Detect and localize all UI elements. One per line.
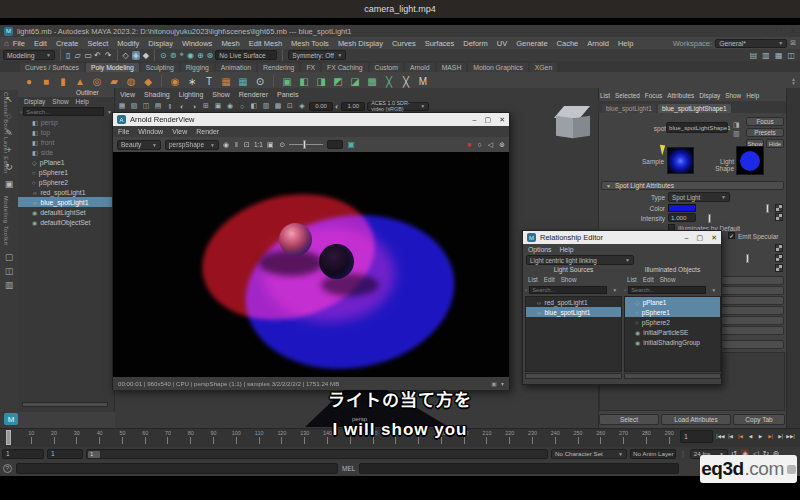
shelf-scroll-down-icon[interactable]: ▼ bbox=[791, 81, 796, 85]
new-scene-icon[interactable]: ▯ bbox=[66, 51, 70, 60]
maya-home-icon[interactable]: ⌂ bbox=[4, 39, 9, 48]
outliner-item[interactable]: pSphere1 bbox=[18, 167, 114, 177]
select-object-icon[interactable]: ◈ bbox=[132, 51, 140, 60]
relationship-editor-menu-item[interactable]: Options bbox=[528, 246, 551, 253]
poly-cube-icon[interactable]: ■ bbox=[39, 76, 53, 87]
character-set-select[interactable]: No Character Set▼ bbox=[551, 449, 627, 459]
viewport-menu-item[interactable]: Shading bbox=[144, 91, 170, 98]
close-button[interactable]: ✕ bbox=[499, 116, 505, 124]
intensity-texture-map-button[interactable] bbox=[775, 213, 783, 221]
type-tool-icon[interactable]: T bbox=[202, 76, 216, 87]
emit-specular-checkbox[interactable]: ✓ bbox=[728, 232, 735, 239]
light-source-item[interactable]: red_spotLight1 bbox=[526, 297, 621, 307]
shelf-tab[interactable]: FX bbox=[301, 63, 320, 72]
attribute-editor-menu-item[interactable]: Selected bbox=[615, 92, 640, 99]
menu-item[interactable]: File bbox=[13, 39, 25, 48]
viewport-menu-item[interactable]: View bbox=[120, 91, 135, 98]
render-view-menu-item[interactable]: Window bbox=[138, 128, 163, 135]
illuminated-object-item[interactable]: pPlane1 bbox=[625, 297, 720, 307]
menu-item[interactable]: Windows bbox=[182, 39, 212, 48]
presets-button[interactable]: Presets bbox=[746, 128, 784, 137]
viewport-toggle-icon[interactable]: ◑ bbox=[189, 103, 199, 110]
shelf-tab[interactable]: FX Caching bbox=[322, 63, 368, 72]
four-pane-layout-button[interactable]: ◫ bbox=[5, 266, 14, 276]
spot-light-attributes-section[interactable]: ▼ Spot Light Attributes bbox=[601, 181, 784, 190]
minimize-button[interactable]: – bbox=[764, 28, 768, 35]
menu-item[interactable]: Create bbox=[56, 39, 79, 48]
viewport-menu-item[interactable]: Show bbox=[212, 91, 230, 98]
shelf-tab[interactable]: Animation bbox=[216, 63, 256, 72]
render-view-menu-item[interactable]: Render bbox=[196, 128, 219, 135]
color-swatch[interactable] bbox=[668, 204, 696, 212]
decay-texture-map-button[interactable] bbox=[775, 244, 783, 252]
symmetry-select[interactable]: Symmetry: Off▼ bbox=[288, 50, 346, 60]
viewport-toggle-icon[interactable]: ◧ bbox=[249, 102, 259, 110]
humanik-toggle-icon[interactable]: ▥ bbox=[762, 51, 770, 60]
exposure-slider[interactable] bbox=[289, 144, 323, 145]
scale-tool-icon[interactable]: ▣ bbox=[5, 179, 14, 189]
maya-titlebar[interactable]: M light65.mb - Autodesk MAYA 2023.2: D:\… bbox=[0, 25, 800, 37]
viewport-menu-item[interactable]: Panels bbox=[277, 91, 298, 98]
illuminated-object-item[interactable]: initialParticleSE bbox=[625, 327, 720, 337]
playback-start-field[interactable]: 1 bbox=[2, 449, 44, 459]
animation-start-field[interactable]: 1 bbox=[47, 449, 83, 459]
outliner-item[interactable]: pPlane1 bbox=[18, 157, 114, 167]
shelf-tab[interactable]: Arnold bbox=[405, 63, 435, 72]
fit-view-icon[interactable]: ▣ bbox=[267, 141, 274, 149]
relationship-editor-menu-item[interactable]: Help bbox=[559, 246, 573, 253]
viewport-toggle-icon[interactable]: ▩ bbox=[273, 102, 283, 110]
arnold-render-view-window[interactable]: A Arnold RenderView – ▢ ✕ FileWindowView… bbox=[112, 112, 510, 390]
poly-disc-icon[interactable]: ◍ bbox=[124, 76, 138, 87]
open-scene-icon[interactable]: ▱ bbox=[74, 51, 80, 60]
viewport-toggle-icon[interactable]: ◐ bbox=[177, 103, 187, 110]
stop-render-button[interactable]: ■ bbox=[467, 141, 471, 148]
help-icon[interactable]: ? bbox=[3, 464, 12, 473]
crop-region-icon[interactable]: ⊡ bbox=[244, 141, 250, 149]
penumbra-texture-map-button[interactable] bbox=[775, 264, 783, 272]
viewport-toggle-icon[interactable]: ▥ bbox=[261, 102, 271, 110]
menu-item[interactable]: Curves bbox=[392, 39, 416, 48]
attribute-editor-menu-item[interactable]: Help bbox=[746, 92, 759, 99]
minimize-button[interactable]: – bbox=[473, 116, 477, 123]
hide-button[interactable]: Hide bbox=[766, 139, 784, 148]
range-slider-handle[interactable]: 1 bbox=[88, 451, 100, 458]
node-name-field[interactable]: blue_spotLightShape1 bbox=[666, 122, 728, 133]
sweep-mesh-icon[interactable]: ∗ bbox=[185, 76, 199, 87]
viewport-toggle-icon[interactable]: ⊞ bbox=[201, 102, 211, 110]
outliner-item[interactable]: red_spotLight1 bbox=[18, 187, 114, 197]
outliner-item[interactable]: top bbox=[18, 127, 114, 137]
column-menu-item[interactable]: Edit bbox=[643, 276, 654, 285]
menu-item[interactable]: Modify bbox=[117, 39, 139, 48]
relationship-editor-titlebar[interactable]: M Relationship Editor – ▢ ✕ bbox=[523, 231, 721, 244]
pause-icon[interactable]: ‖ bbox=[235, 141, 238, 148]
viewport-toggle-icon[interactable]: ⊡ bbox=[285, 102, 295, 110]
modeling-toolkit-toggle-icon[interactable]: ▤ bbox=[750, 51, 758, 60]
menu-item[interactable]: Surfaces bbox=[425, 39, 455, 48]
snap-view-plane-icon[interactable]: ⊕ bbox=[197, 51, 204, 60]
focus-button[interactable]: Focus bbox=[746, 117, 784, 126]
make-live-icon[interactable]: ⊛ bbox=[207, 51, 214, 60]
progressive-refine-icon[interactable]: ○ bbox=[478, 141, 482, 148]
menu-item[interactable]: Edit bbox=[34, 39, 47, 48]
bridge-icon[interactable]: ◨ bbox=[314, 76, 328, 87]
outliner-item[interactable]: side bbox=[18, 147, 114, 157]
shelf-tab[interactable]: Rigging bbox=[181, 63, 214, 72]
undo-icon[interactable]: ↶ bbox=[94, 51, 101, 60]
sdg-icon[interactable]: ▣ bbox=[347, 140, 355, 149]
intensity-field[interactable]: 1.000 bbox=[668, 213, 696, 222]
command-input-field[interactable] bbox=[359, 463, 679, 474]
menu-item[interactable]: Cache bbox=[557, 39, 579, 48]
attribute-editor-toggle-icon[interactable]: ▦ bbox=[775, 51, 783, 60]
shelf-tab[interactable]: Curves / Surfaces bbox=[20, 63, 84, 72]
attribute-editor-menu-item[interactable]: Display bbox=[699, 92, 720, 99]
illuminated-object-item[interactable]: pSphere2 bbox=[625, 317, 720, 327]
viewport-toggle-icon[interactable]: ▤ bbox=[153, 102, 163, 110]
tool-settings-toggle-icon[interactable]: ◫ bbox=[787, 51, 795, 60]
save-scene-icon[interactable]: ▭ bbox=[85, 51, 93, 60]
lock-workspace-icon[interactable]: ⊠ bbox=[790, 39, 796, 47]
maximize-button[interactable]: ▢ bbox=[697, 234, 704, 242]
menu-item[interactable]: Mesh Tools bbox=[291, 39, 329, 48]
column-menu-item[interactable]: Show bbox=[561, 276, 577, 285]
shelf-tab[interactable]: Custom bbox=[370, 63, 403, 72]
menu-item[interactable]: Generate bbox=[516, 39, 547, 48]
